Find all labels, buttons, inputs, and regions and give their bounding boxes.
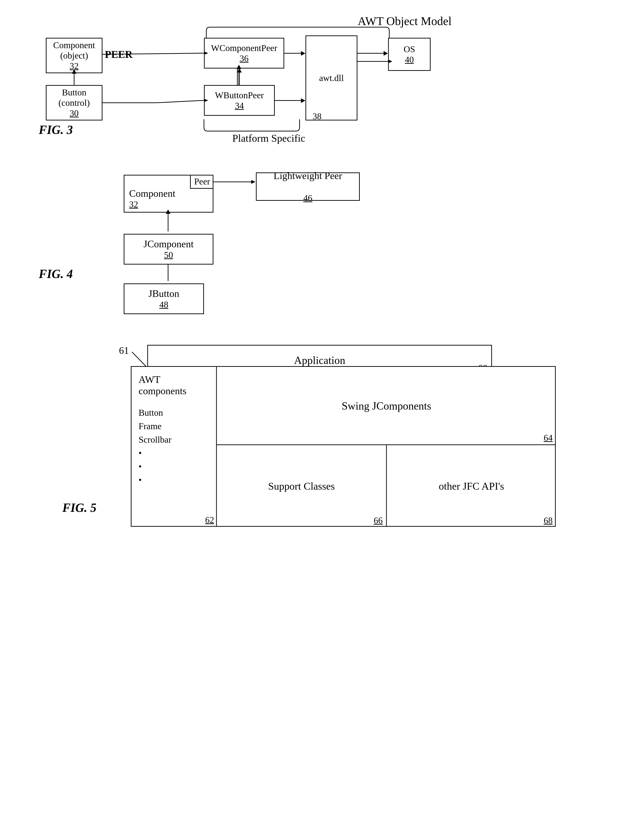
fig5-awt-cell: AWT components Button Frame Scrollbar • …: [131, 367, 217, 527]
fig5-section: Application 60 61: [19, 345, 625, 529]
arrow-wbutton-wcomp: [239, 68, 240, 85]
arrow-wcomp-awt: [284, 53, 305, 54]
fig5-awt-items: Button Frame Scrollbar • • •: [139, 406, 209, 487]
fig4-component-label: Component: [129, 188, 176, 199]
wbutton-box: WButtonPeer 34: [204, 85, 275, 116]
fig4-label: FIG. 4: [39, 267, 73, 281]
lightweight-peer-box: Lightweight Peer 46: [256, 173, 360, 201]
fig5-awt-ref: 62: [205, 515, 214, 525]
arrow-stem: [237, 68, 238, 85]
fig4-section: Peer Component 32 Lightweight Peer: [19, 165, 625, 326]
fig4-diagram: Peer Component 32 Lightweight Peer: [39, 165, 605, 326]
awt-dll-box: awt.dll: [305, 35, 358, 120]
fig5-outer-box: AWT components Button Frame Scrollbar • …: [131, 366, 556, 527]
fig4-peer-sublabel: Peer: [190, 175, 214, 189]
peer-label: PEER: [105, 48, 133, 60]
arrow-wbutton-awt: [275, 100, 305, 101]
button-box: Button (control) 30: [46, 85, 103, 120]
jcomponent-box: JComponent 50: [124, 234, 214, 265]
svg-marker-12: [251, 180, 255, 184]
platform-label: Platform Specific: [232, 132, 305, 144]
fig5-ref61: 61: [119, 345, 129, 356]
fig3-section: AWT Object Model Component (object) 32 B…: [19, 14, 625, 146]
fig5-support-cell: Support Classes 66: [217, 445, 386, 527]
os-box: OS 40: [388, 38, 430, 71]
fig5-label: FIG. 5: [62, 501, 97, 515]
fig4-component-ref: 32: [129, 199, 138, 209]
jbutton-box: JButton 48: [124, 284, 204, 314]
fig4-component-box: Peer Component 32: [124, 175, 214, 212]
svg-line-1: [157, 100, 204, 103]
arrow-awt-os: [358, 53, 388, 54]
fig3-label: FIG. 3: [39, 123, 73, 137]
wcomponent-box: WComponentPeer 36: [204, 38, 284, 68]
fig5-diagram: Application 60 61: [62, 345, 582, 529]
component-box: Component (object) 32: [46, 38, 103, 73]
fig5-other-cell: other JFC API's 68: [386, 445, 556, 527]
fig5-swing-cell: Swing JComponents 64: [217, 367, 556, 445]
fig3-diagram: AWT Object Model Component (object) 32 B…: [39, 14, 605, 146]
